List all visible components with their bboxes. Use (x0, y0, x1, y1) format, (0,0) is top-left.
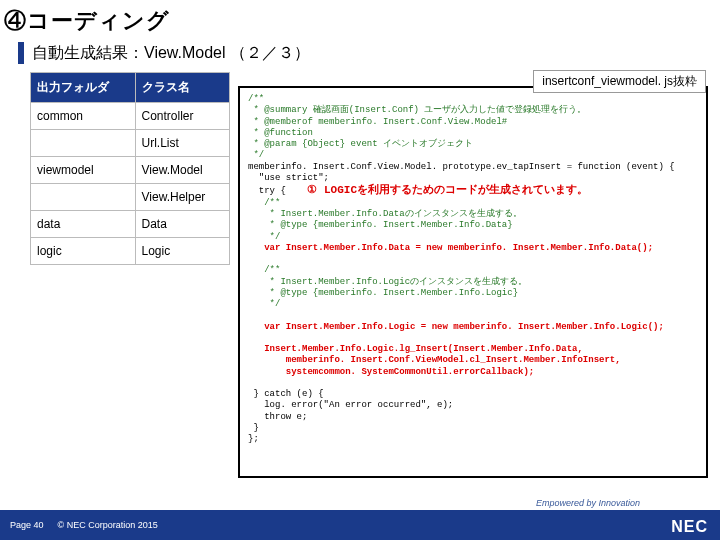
code-line: */ (248, 232, 280, 242)
code-line: * @param {Object} event イベントオブジェクト (248, 139, 473, 149)
table-cell: logic (31, 238, 136, 265)
table-header-class: クラス名 (135, 73, 229, 103)
table-cell: data (31, 211, 136, 238)
table-cell: Url.List (135, 130, 229, 157)
code-line: memberinfo. Insert.Conf.ViewModel.cl_Ins… (248, 355, 621, 365)
code-line: Insert.Member.Info.Logic.lg_Insert(Inser… (248, 344, 583, 354)
table-header-folder: 出力フォルダ (31, 73, 136, 103)
accent-bar (18, 42, 24, 64)
code-line: } (248, 423, 259, 433)
page-number: Page 40 (10, 520, 44, 530)
code-line: systemcommon. SystemCommonUtil.errorCall… (248, 367, 534, 377)
code-line: * @type {memberinfo. Insert.Member.Info.… (248, 220, 513, 230)
code-line: /** (248, 198, 280, 208)
table-cell: View.Helper (135, 184, 229, 211)
code-line: var Insert.Member.Info.Data = new member… (248, 243, 653, 253)
class-table: 出力フォルダ クラス名 commonController Url.List vi… (30, 72, 230, 265)
table-cell: common (31, 103, 136, 130)
code-line: try { (248, 186, 286, 196)
tagline: Empowered by Innovation (536, 498, 640, 508)
table-cell: Logic (135, 238, 229, 265)
code-line: * @type {memberinfo. Insert.Member.Info.… (248, 288, 518, 298)
file-badge: insertconf_viewmodel. js抜粋 (533, 70, 706, 93)
code-box: /** * @summary 確認画面(Insert.Conf) ユーザが入力し… (238, 86, 708, 478)
code-line: * @summary 確認画面(Insert.Conf) ユーザが入力した値で登… (248, 105, 586, 115)
code-line: */ (248, 299, 280, 309)
code-line: * @memberof memberinfo. Insert.Conf.View… (248, 117, 507, 127)
code-line: memberinfo. Insert.Conf.View.Model. prot… (248, 162, 675, 172)
code-line: /** (248, 94, 264, 104)
code-line: } catch (e) { (248, 389, 324, 399)
footer-bar: Page 40 © NEC Corporation 2015 (0, 510, 720, 540)
nec-logo: NEC (671, 518, 708, 536)
code-line: /** (248, 265, 280, 275)
code-line: */ (248, 150, 264, 160)
code-line: throw e; (248, 412, 307, 422)
code-line: * Insert.Member.Info.Dataのインスタンスを生成する。 (248, 209, 522, 219)
code-line: }; (248, 434, 259, 444)
annotation-callout: ① LOGICを利用するためのコードが生成されています。 (307, 184, 588, 196)
page-subtitle: 自動生成結果：View.Model （２／３） (32, 43, 310, 64)
table-cell: viewmodel (31, 157, 136, 184)
table-cell: Data (135, 211, 229, 238)
code-line: "use strict"; (248, 173, 329, 183)
table-cell: Controller (135, 103, 229, 130)
table-cell (31, 184, 136, 211)
code-line: log. error("An error occurred", e); (248, 400, 453, 410)
copyright: © NEC Corporation 2015 (58, 520, 158, 530)
code-line: * @function (248, 128, 313, 138)
table-cell (31, 130, 136, 157)
page-title: ④コーディング (4, 6, 170, 36)
code-line: var Insert.Member.Info.Logic = new membe… (248, 322, 664, 332)
code-line: * Insert.Member.Info.Logicのインスタンスを生成する。 (248, 277, 527, 287)
table-cell: View.Model (135, 157, 229, 184)
